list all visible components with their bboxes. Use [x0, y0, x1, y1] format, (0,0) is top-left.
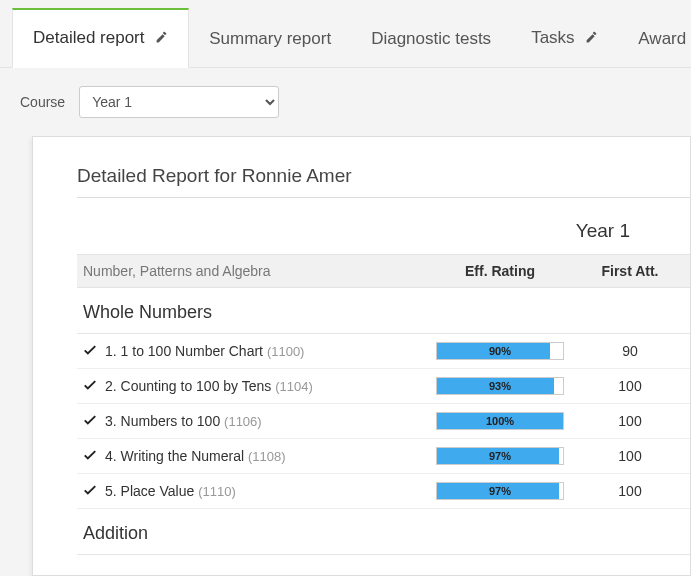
first-att-value: 100: [570, 378, 690, 394]
eff-rating-bar: 90%: [430, 342, 570, 360]
topic-title: 5. Place Value (1110): [105, 483, 430, 499]
topic-code: (1106): [224, 414, 262, 429]
eff-rating-bar: 93%: [430, 377, 570, 395]
topic-name: Writing the Numeral: [121, 448, 248, 464]
topic-title: 4. Writing the Numeral (1108): [105, 448, 430, 464]
category-header-row: Number, Patterns and Algebra Eff. Rating…: [77, 254, 690, 288]
first-att-value: 100: [570, 448, 690, 464]
report-panel: Detailed Report for Ronnie Amer Year 1 N…: [32, 136, 691, 576]
category-name: Number, Patterns and Algebra: [83, 263, 430, 279]
check-icon: [83, 483, 105, 500]
topic-code: (1104): [275, 379, 313, 394]
topic-number: 1.: [105, 343, 117, 359]
topic-row[interactable]: 3. Numbers to 100 (1106)100%100: [77, 404, 690, 439]
eff-rating-bar: 97%: [430, 482, 570, 500]
topic-number: 4.: [105, 448, 117, 464]
section-addition: Addition: [77, 509, 690, 555]
topic-title: 2. Counting to 100 by Tens (1104): [105, 378, 430, 394]
pencil-icon: [155, 29, 168, 49]
topic-code: (1100): [267, 344, 305, 359]
first-att-value: 100: [570, 413, 690, 429]
eff-rating-value: 100%: [437, 413, 563, 429]
course-label: Course: [20, 94, 65, 110]
tab-label: Detailed report: [33, 28, 145, 47]
tab-summary-report[interactable]: Summary report: [189, 11, 351, 67]
tab-detailed-report[interactable]: Detailed report: [12, 8, 189, 68]
check-icon: [83, 448, 105, 465]
tabs-bar: Detailed report Summary report Diagnosti…: [0, 0, 691, 68]
topic-name: Numbers to 100: [121, 413, 225, 429]
course-select[interactable]: Year 1: [79, 86, 279, 118]
topic-title: 1. 1 to 100 Number Chart (1100): [105, 343, 430, 359]
eff-rating-bar: 100%: [430, 412, 570, 430]
first-att-value: 90: [570, 343, 690, 359]
topic-row[interactable]: 1. 1 to 100 Number Chart (1100)90%90: [77, 334, 690, 369]
topic-row[interactable]: 4. Writing the Numeral (1108)97%100: [77, 439, 690, 474]
check-icon: [83, 343, 105, 360]
topic-row[interactable]: 5. Place Value (1110)97%100: [77, 474, 690, 509]
tab-label: Tasks: [531, 28, 574, 47]
check-icon: [83, 413, 105, 430]
section-whole-numbers: Whole Numbers: [77, 288, 690, 334]
tab-tasks[interactable]: Tasks: [511, 10, 618, 67]
topic-code: (1108): [248, 449, 286, 464]
topic-number: 2.: [105, 378, 117, 394]
course-controls: Course Year 1: [0, 68, 691, 136]
check-icon: [83, 378, 105, 395]
eff-rating-value: 97%: [437, 483, 563, 499]
topic-code: (1110): [198, 484, 236, 499]
eff-rating-value: 90%: [437, 343, 563, 359]
topic-number: 5.: [105, 483, 117, 499]
topic-number: 3.: [105, 413, 117, 429]
col-eff-rating: Eff. Rating: [430, 263, 570, 279]
eff-rating-value: 97%: [437, 448, 563, 464]
eff-rating-value: 93%: [437, 378, 563, 394]
first-att-value: 100: [570, 483, 690, 499]
topic-name: 1 to 100 Number Chart: [121, 343, 267, 359]
topic-name: Counting to 100 by Tens: [121, 378, 276, 394]
tab-diagnostic-tests[interactable]: Diagnostic tests: [351, 11, 511, 67]
report-title: Detailed Report for Ronnie Amer: [77, 165, 690, 198]
pencil-icon: [585, 29, 598, 49]
topic-title: 3. Numbers to 100 (1106): [105, 413, 430, 429]
tab-awards[interactable]: Award: [618, 11, 691, 67]
topic-row[interactable]: 2. Counting to 100 by Tens (1104)93%100: [77, 369, 690, 404]
col-first-att: First Att.: [570, 263, 690, 279]
year-column-header: Year 1: [77, 198, 690, 254]
topic-name: Place Value: [121, 483, 199, 499]
eff-rating-bar: 97%: [430, 447, 570, 465]
